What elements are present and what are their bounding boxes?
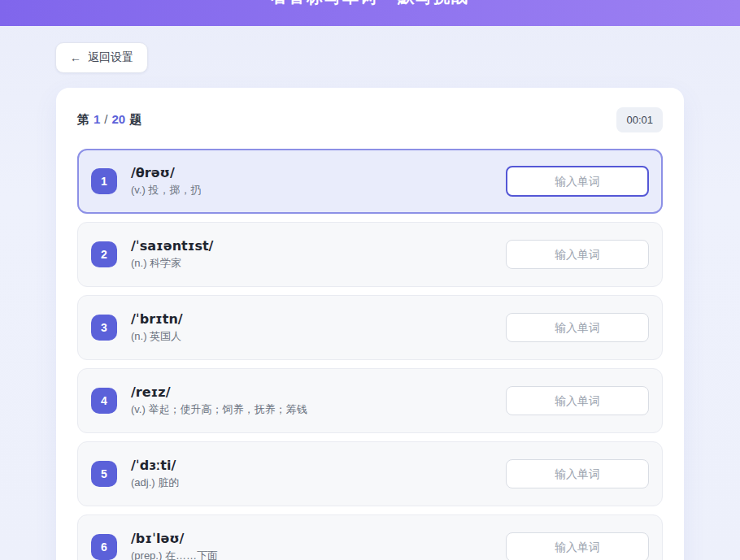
- progress-prefix: 第: [77, 112, 89, 128]
- meaning-text: (n.) 科学家: [131, 256, 213, 271]
- question-text: /ˈdɜːti/ (adj.) 脏的: [131, 458, 179, 490]
- question-text: /bɪˈləʊ/ (prep.) 在……下面: [131, 531, 218, 560]
- question-item: 4 /reɪz/ (v.) 举起；使升高；饲养，抚养；筹钱: [77, 368, 663, 433]
- quiz-header: 第 1 / 20 题 00:01: [77, 107, 663, 132]
- question-item: 6 /bɪˈləʊ/ (prep.) 在……下面: [77, 514, 663, 560]
- question-item: 5 /ˈdɜːti/ (adj.) 脏的: [77, 441, 663, 506]
- question-item: 3 /ˈbrɪtn/ (n.) 英国人: [77, 295, 663, 360]
- question-item: 2 /ˈsaɪəntɪst/ (n.) 科学家: [77, 222, 663, 287]
- question-text: /θrəʊ/ (v.) 投，掷，扔: [131, 165, 201, 198]
- back-button-label: 返回设置: [88, 50, 133, 65]
- back-to-settings-button[interactable]: ← 返回设置: [55, 42, 148, 73]
- question-text: /ˈsaɪəntɪst/ (n.) 科学家: [131, 238, 213, 271]
- question-number-badge: 2: [91, 241, 117, 267]
- meaning-text: (prep.) 在……下面: [131, 549, 218, 560]
- question-number-badge: 6: [91, 534, 117, 560]
- question-number-badge: 1: [91, 168, 117, 194]
- word-input[interactable]: [506, 240, 649, 269]
- question-item: 1 /θrəʊ/ (v.) 投，掷，扔: [77, 149, 663, 214]
- word-input[interactable]: [506, 386, 649, 415]
- phonetic-text: /θrəʊ/: [131, 165, 201, 180]
- word-input[interactable]: [506, 313, 649, 342]
- question-text: /reɪz/ (v.) 举起；使升高；饲养，抚养；筹钱: [131, 384, 307, 417]
- question-number-badge: 5: [91, 461, 117, 487]
- question-list: 1 /θrəʊ/ (v.) 投，掷，扔 2 /ˈsaɪəntɪst/ (n.) …: [77, 149, 663, 560]
- word-input[interactable]: [506, 459, 649, 488]
- quiz-card: 第 1 / 20 题 00:01 1 /θrəʊ/ (v.) 投，掷，扔 2 /…: [56, 88, 684, 560]
- question-text: /ˈbrɪtn/ (n.) 英国人: [131, 311, 183, 344]
- progress-total: 20: [112, 112, 126, 126]
- page-title: 看音标写单词 · 默写挑战: [271, 0, 469, 8]
- word-input[interactable]: [506, 166, 649, 197]
- phonetic-text: /ˈbrɪtn/: [131, 311, 183, 327]
- meaning-text: (v.) 举起；使升高；饲养，抚养；筹钱: [131, 402, 307, 417]
- meaning-text: (v.) 投，掷，扔: [131, 183, 201, 198]
- progress-suffix: 题: [129, 112, 141, 128]
- timer-badge: 00:01: [616, 107, 663, 132]
- meaning-text: (adj.) 脏的: [131, 475, 179, 490]
- phonetic-text: /ˈsaɪəntɪst/: [131, 238, 213, 254]
- question-number-badge: 3: [91, 315, 117, 341]
- phonetic-text: /ˈdɜːti/: [131, 458, 179, 473]
- progress-separator: /: [104, 112, 107, 126]
- back-arrow-icon: ←: [70, 51, 81, 64]
- meaning-text: (n.) 英国人: [131, 329, 183, 344]
- phonetic-text: /bɪˈləʊ/: [131, 531, 218, 546]
- app-header: 看音标写单词 · 默写挑战: [0, 0, 740, 26]
- question-number-badge: 4: [91, 388, 117, 414]
- word-input[interactable]: [506, 532, 649, 560]
- phonetic-text: /reɪz/: [131, 384, 307, 400]
- progress-current: 1: [94, 112, 100, 126]
- question-progress: 第 1 / 20 题: [77, 112, 141, 128]
